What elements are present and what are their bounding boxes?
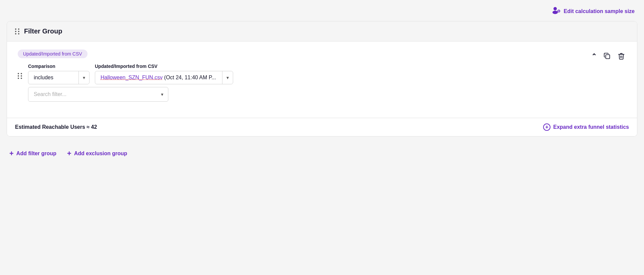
filter-top-row: Updated/Imported from CSV Comparison [18,50,626,110]
filter-group-card: Filter Group Updated/Imported from CSV [7,21,637,136]
add-filter-group-button[interactable]: + Add filter group [9,150,56,157]
delete-button[interactable] [616,51,626,61]
csv-select[interactable]: Halloween_SZN_FUN.csv (Oct 24, 11:40 AM … [95,71,233,84]
csv-label: Updated/Imported from CSV [95,64,233,69]
expand-label: Expand extra funnel statistics [553,124,629,130]
comparison-value: includes [28,71,78,84]
top-bar: Edit calculation sample size [7,7,637,16]
search-filter-select[interactable]: Search filter... ▾ [28,87,168,102]
filter-group-title: Filter Group [24,27,62,35]
add-exclusion-plus-icon: + [67,150,71,157]
csv-value: Halloween_SZN_FUN.csv (Oct 24, 11:40 AM … [95,71,222,84]
chevron-up-icon: ⌃ [591,52,597,60]
edit-sample-link[interactable]: Edit calculation sample size [552,7,635,16]
svg-rect-7 [606,55,610,59]
csv-field-group: Updated/Imported from CSV Halloween_SZN_… [95,64,233,84]
add-exclusion-group-button[interactable]: + Add exclusion group [67,150,127,157]
csv-badge: Updated/Imported from CSV [18,50,88,58]
filter-inner-content: Updated/Imported from CSV Comparison [18,50,590,110]
footer-bar: Estimated Reachable Users ≈ 42 + Expand … [7,118,637,136]
csv-file-link: Halloween_SZN_FUN.csv [101,75,163,80]
comparison-select[interactable]: includes ▾ [28,71,90,84]
duplicate-button[interactable] [602,51,612,61]
svg-point-1 [552,11,558,14]
filter-group-body: Updated/Imported from CSV Comparison [7,41,637,118]
bottom-actions: + Add filter group + Add exclusion group [7,142,637,157]
filter-group-drag-handle[interactable] [15,28,20,34]
add-exclusion-group-label: Add exclusion group [74,151,127,157]
expand-plus-icon: + [543,123,550,131]
estimated-users: Estimated Reachable Users ≈ 42 [15,124,97,130]
edit-sample-text: Edit calculation sample size [564,8,635,14]
copy-icon [604,53,611,60]
add-filter-plus-icon: + [9,150,14,157]
filter-group-header: Filter Group [7,21,637,41]
svg-point-0 [553,7,557,10]
comparison-chevron-down-icon: ▾ [79,72,89,84]
collapse-button[interactable]: ⌃ [590,51,598,62]
trash-icon [618,53,625,60]
csv-date-text: (Oct 24, 11:40 AM P... [164,75,216,80]
filter-fields: Comparison includes ▾ Updated/Imported f… [28,64,590,84]
user-gear-icon [552,7,561,16]
filter-columns: Comparison includes ▾ Updated/Imported f… [28,64,590,102]
comparison-label: Comparison [28,64,90,69]
search-placeholder: Search filter... [28,87,156,101]
filter-row: Comparison includes ▾ Updated/Imported f… [18,64,590,102]
csv-chevron-down-icon: ▾ [222,72,233,84]
add-filter-group-label: Add filter group [16,151,56,157]
expand-funnel-link[interactable]: + Expand extra funnel statistics [543,123,629,131]
search-filter-row: Search filter... ▾ [28,87,590,102]
filter-row-drag-handle[interactable] [18,73,23,79]
search-chevron-down-icon: ▾ [156,88,168,101]
filter-actions: ⌃ [590,51,626,62]
comparison-field-group: Comparison includes ▾ [28,64,90,84]
